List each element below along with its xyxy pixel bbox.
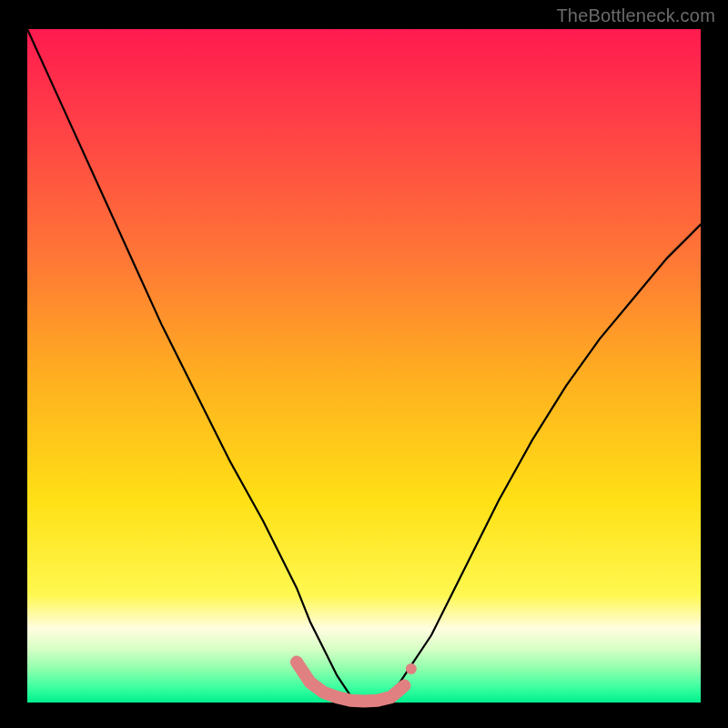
watermark-text: TheBottleneck.com [556,5,715,26]
valley-band-line [297,662,404,702]
bottleneck-curve-line [27,29,701,703]
frame: TheBottleneck.com [0,0,728,728]
outlier-dot [406,663,417,674]
plot-area [27,29,701,703]
chart-svg [27,29,701,703]
